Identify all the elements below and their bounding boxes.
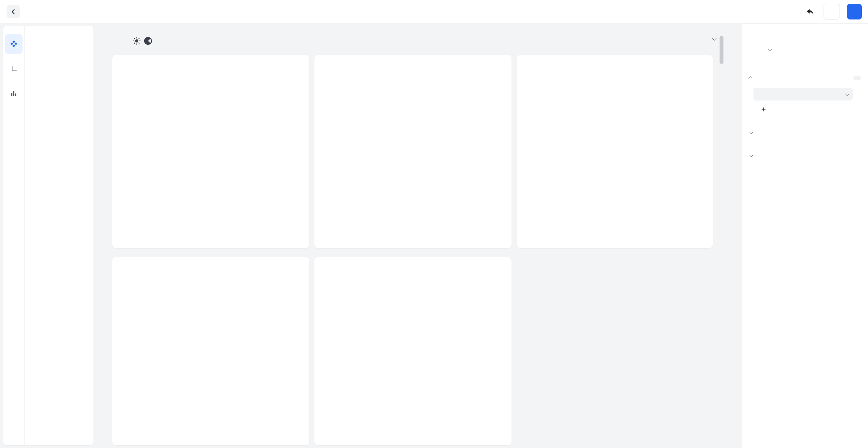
rail-item-chart[interactable]: [5, 84, 23, 104]
chevron-down-icon: [749, 130, 753, 134]
chart-card-funnel: [314, 257, 512, 445]
gradient-section-header[interactable]: [748, 121, 862, 144]
sidebar-menu: [25, 26, 94, 35]
header-actions: [806, 0, 862, 23]
back-button[interactable]: [7, 5, 20, 18]
stacked-bar-chart: [314, 55, 512, 248]
divider: [742, 65, 868, 65]
default-badge[interactable]: [853, 76, 861, 80]
token-diamonds-icon: [11, 41, 17, 47]
rail-item-element[interactable]: [5, 60, 23, 79]
header: [0, 0, 868, 24]
chevron-down-icon: [768, 47, 772, 51]
theme-config-app: ＋: [0, 0, 868, 448]
left-sidebar: [3, 26, 94, 445]
chart-card-stacked-bar: [314, 55, 512, 248]
chevron-down-icon: [845, 91, 849, 95]
rail-item-token[interactable]: [5, 34, 23, 54]
categorical-section-header[interactable]: [748, 76, 862, 80]
chart-card-group-bar: [112, 55, 309, 248]
reply-arrow-icon: [806, 9, 813, 15]
chart-card-donut: [112, 257, 309, 445]
chart-card-stacked-area: [517, 55, 713, 248]
corner-element-icon: [11, 66, 17, 72]
add-color-button[interactable]: ＋: [760, 103, 862, 115]
bar-chart-icon: [11, 90, 17, 97]
preview-scrollbar[interactable]: [720, 36, 723, 64]
theme-color-swatch: [749, 44, 760, 55]
dark-mode-icon[interactable]: [144, 37, 152, 45]
chevron-left-icon: [11, 9, 16, 14]
group-bar-chart: [112, 55, 309, 248]
publish-theme-button[interactable]: [847, 4, 862, 19]
donut-chart: [112, 257, 309, 445]
share-button[interactable]: [824, 4, 840, 19]
functional-section-header[interactable]: [748, 144, 862, 167]
chevron-down-icon: [712, 36, 716, 41]
light-mode-icon[interactable]: [132, 37, 141, 45]
chevron-up-icon: [748, 76, 752, 81]
plus-icon: ＋: [760, 105, 767, 113]
theme-color-selector[interactable]: [749, 44, 862, 55]
sidebar-rail: [3, 26, 25, 445]
preview-framework-select[interactable]: [704, 37, 715, 41]
simple-mode-button[interactable]: [806, 9, 817, 15]
chevron-down-icon: [749, 153, 753, 157]
palette-select[interactable]: [753, 88, 853, 101]
theme-color-panel: ＋: [742, 23, 868, 448]
stacked-area-chart: [517, 55, 713, 248]
funnel-chart: [314, 257, 512, 445]
